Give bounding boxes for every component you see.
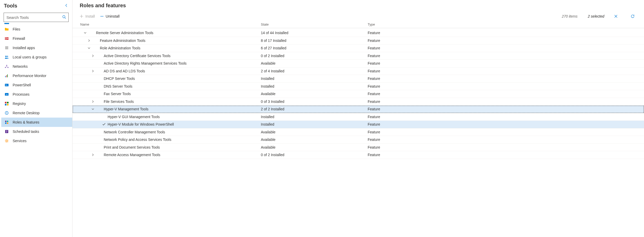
sidebar-item-scheduled-tasks[interactable]: Scheduled tasks [1,127,72,136]
svg-line-1 [65,18,66,19]
table-row[interactable]: DHCP Server ToolsInstalledFeature [73,75,644,83]
cell-state: Installed [261,115,368,119]
cell-state: 14 of 44 Installed [261,31,368,35]
tools-sidebar: Tools FilesFirewallInstalled appsLocal u… [0,0,73,237]
sidebar-item-files[interactable]: Files [1,25,72,34]
sidebar-item-local-users-groups[interactable]: Local users & groups [1,52,72,62]
table-row[interactable]: Feature Administration Tools8 of 17 Inst… [73,37,644,45]
table-row[interactable]: File Services Tools0 of 3 InstalledFeatu… [73,98,644,106]
table-row[interactable]: DNS Server ToolsInstalledFeature [73,83,644,90]
table-row[interactable]: Hyper-V Module for Windows PowerShellIns… [73,121,644,128]
cell-name: Remote Server Administration Tools [73,31,261,35]
sidebar-item-firewall[interactable]: Firewall [1,34,72,43]
collapse-sidebar-button[interactable] [63,3,69,9]
powershell-icon [4,83,9,87]
svg-rect-10 [7,74,8,77]
cell-state: Available [261,137,368,142]
clear-selection-button[interactable] [613,13,619,19]
row-name: Fax Server Tools [104,92,131,96]
close-icon [614,14,618,18]
table-row[interactable]: Remote Access Management Tools0 of 2 Ins… [73,151,644,159]
column-header-state[interactable]: State [261,22,368,26]
table-row[interactable]: Active Directory Certificate Services To… [73,52,644,60]
svg-rect-20 [7,121,8,122]
sidebar-item-roles-features[interactable]: Roles & features [1,118,72,127]
sidebar-item-processes[interactable]: 30Processes [1,90,72,99]
table-row[interactable]: AD DS and AD LDS Tools2 of 4 InstalledFe… [73,67,644,75]
svg-rect-17 [7,104,9,105]
cell-name: Hyper-V Module for Windows PowerShell [73,122,261,126]
cell-state: Installed [261,84,368,88]
search-icon [62,15,66,20]
sidebar-item-label: Firewall [13,36,25,41]
sidebar-item-installed-apps[interactable]: Installed apps [1,43,72,52]
sidebar-item-remote-desktop[interactable]: Remote Desktop [1,108,72,118]
uninstall-button[interactable]: Uninstall [100,14,120,18]
row-name: Feature Administration Tools [100,39,145,43]
table-row[interactable]: Print and Document Services ToolsAvailab… [73,144,644,151]
sidebar-item-label: Processes [13,92,29,96]
install-button[interactable]: Install [80,14,95,18]
chevron-right-icon[interactable] [89,153,96,156]
table-row[interactable]: Network Policy and Access Services Tools… [73,136,644,144]
chevron-down-icon[interactable] [82,31,89,34]
svg-point-3 [5,56,7,57]
cell-type: Feature [368,39,644,43]
sidebar-item-label: Local users & groups [13,55,47,59]
cell-name: Active Directory Rights Management Servi… [73,61,261,65]
svg-point-24 [6,140,7,142]
column-header-type[interactable]: Type [368,22,644,26]
sidebar-item-performance-monitor[interactable]: Performance Monitor [1,71,72,80]
chevron-right-icon[interactable] [89,100,96,103]
column-header-name[interactable]: Name [73,22,261,26]
table-row[interactable]: Fax Server ToolsAvailableFeature [73,90,644,98]
row-name: Network Policy and Access Services Tools [104,137,171,142]
chevron-right-icon[interactable] [89,54,96,57]
cell-type: Feature [368,130,644,134]
chevron-down-icon[interactable] [89,108,96,111]
svg-text:30: 30 [6,94,8,96]
minus-icon [100,14,104,18]
chevron-right-icon[interactable] [89,70,96,73]
table-row[interactable]: Role Administration Tools6 of 27 Install… [73,44,644,52]
sidebar-item-label: Networks [13,64,28,68]
table-row[interactable]: Hyper-V GUI Management ToolsInstalledFea… [73,113,644,121]
table-row[interactable]: Network Controller Management ToolsAvail… [73,128,644,136]
sidebar-item-label: Roles & features [13,120,39,124]
cell-state: Installed [261,122,368,126]
page-title: Roles and features [80,3,637,9]
roles-icon [4,120,9,125]
search-input[interactable] [6,15,62,20]
cell-state: 0 of 2 Installed [261,54,368,58]
cell-state: 0 of 2 Installed [261,153,368,157]
cell-type: Feature [368,153,644,157]
search-tools-box[interactable] [4,13,69,22]
refresh-button[interactable] [630,13,636,19]
sidebar-item-partial-top[interactable] [4,23,9,24]
row-name: File Services Tools [104,100,134,104]
cell-name: DHCP Server Tools [73,77,261,81]
row-name: Active Directory Rights Management Servi… [104,61,187,65]
cell-type: Feature [368,137,644,142]
sidebar-item-services[interactable]: Services [1,136,72,146]
cell-type: Feature [368,115,644,119]
chevron-down-icon[interactable] [85,47,93,50]
table-row[interactable]: Active Directory Rights Management Servi… [73,60,644,67]
table-row[interactable]: Remote Server Administration Tools14 of … [73,29,644,37]
sidebar-item-powershell[interactable]: PowerShell [1,80,72,90]
plus-icon [80,14,83,18]
cell-name: Hyper-V GUI Management Tools [73,115,261,119]
svg-point-4 [7,56,8,57]
cell-type: Feature [368,46,644,50]
cell-state: 8 of 17 Installed [261,39,368,43]
sidebar-list[interactable]: FilesFirewallInstalled appsLocal users &… [1,23,72,237]
sidebar-item-registry[interactable]: Registry [1,99,72,108]
cell-type: Feature [368,107,644,111]
grid-body[interactable]: Remote Server Administration Tools14 of … [73,28,644,237]
cell-type: Feature [368,61,644,65]
sidebar-item-networks[interactable]: Networks [1,62,72,71]
table-row[interactable]: Hyper-V Management Tools2 of 2 Installed… [73,105,644,113]
cell-state: Available [261,92,368,96]
chevron-right-icon[interactable] [85,39,93,42]
row-name: Role Administration Tools [100,46,140,50]
